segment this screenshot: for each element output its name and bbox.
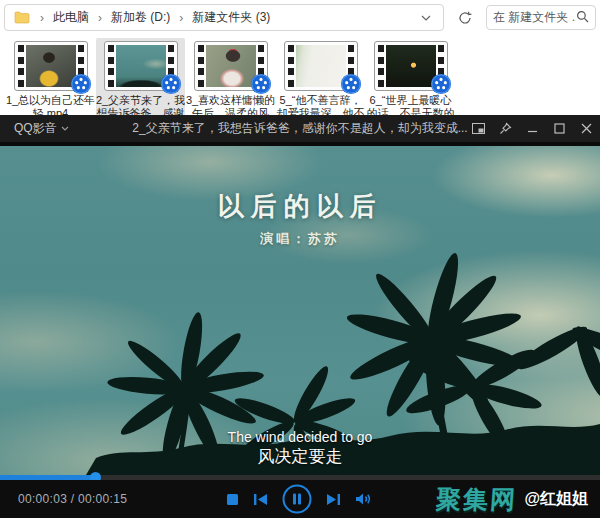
file-item-3[interactable]: 3_喜欢这样慵懒的 午后，温柔的风 xyxy=(186,38,275,122)
filmstrip-holes xyxy=(378,45,384,87)
video-filmstrip-icon xyxy=(284,41,358,91)
search-input[interactable]: 在 新建文件夹 ... xyxy=(486,5,596,30)
video-thumbnail xyxy=(26,45,76,87)
file-explorer: › 此电脑 › 新加卷 (D:) › 新建文件夹 (3) 在 新建文件夹 ... xyxy=(0,0,600,115)
video-filmstrip-icon xyxy=(14,41,88,91)
qqplayer-badge-icon xyxy=(160,73,182,95)
titlebar-buttons xyxy=(465,115,600,142)
qqplayer-badge-icon xyxy=(430,73,452,95)
filmstrip-holes xyxy=(288,45,294,87)
breadcrumb-separator: › xyxy=(96,11,104,25)
video-thumbnail xyxy=(206,45,256,87)
file-item-1[interactable]: 1_总以为自己还年 轻.mp4 xyxy=(6,38,95,122)
previous-icon xyxy=(253,493,268,506)
chevron-down-icon xyxy=(61,126,69,131)
video-thumbnail xyxy=(116,45,166,87)
next-icon xyxy=(326,493,341,506)
file-item-6[interactable]: 6_“世界上最暖心 的话，不是无数的 xyxy=(366,38,455,122)
screen: › 此电脑 › 新加卷 (D:) › 新建文件夹 (3) 在 新建文件夹 ... xyxy=(0,0,600,518)
address-dropdown-chevron-icon[interactable] xyxy=(415,7,437,29)
volume-button[interactable] xyxy=(355,492,372,506)
watermark: 聚集网 @红姐姐 xyxy=(436,480,588,518)
song-title-overlay: 以后的以后 xyxy=(0,189,600,224)
stop-button[interactable] xyxy=(226,493,239,506)
subtitle-chinese: 风决定要走 xyxy=(0,445,600,468)
player-titlebar[interactable]: 2_父亲节来了，我想告诉爸爸，感谢你不是超人，却为我变成... QQ影音 xyxy=(0,115,600,142)
pin-icon xyxy=(499,122,512,135)
filmstrip-holes xyxy=(18,45,24,87)
search-icon[interactable] xyxy=(576,9,589,27)
maximize-button[interactable] xyxy=(546,115,573,142)
volume-icon xyxy=(355,492,372,506)
next-button[interactable] xyxy=(326,493,341,506)
subtitle-english: The wind decided to go xyxy=(0,429,600,445)
qqplayer-badge-icon xyxy=(340,73,362,95)
mini-mode-icon xyxy=(472,123,485,134)
breadcrumb-separator: › xyxy=(38,11,46,25)
breadcrumb-separator: › xyxy=(177,11,185,25)
play-pause-button[interactable] xyxy=(282,484,312,514)
refresh-icon[interactable] xyxy=(452,7,478,29)
app-menu-button[interactable]: QQ影音 xyxy=(14,120,69,137)
breadcrumb-drive-d[interactable]: 新加卷 (D:) xyxy=(109,8,172,27)
maximize-icon xyxy=(554,123,565,134)
file-item-2-selected[interactable]: 2_父亲节来了，我 想告诉爸爸，感谢 xyxy=(96,38,185,122)
video-thumbnail xyxy=(386,45,436,87)
video-thumbnail xyxy=(296,45,346,87)
breadcrumb-this-pc[interactable]: 此电脑 xyxy=(51,8,91,27)
breadcrumb-current-folder[interactable]: 新建文件夹 (3) xyxy=(190,8,272,27)
video-filmstrip-icon xyxy=(194,41,268,91)
file-list: 1_总以为自己还年 轻.mp4 2_父亲节来了，我 想告诉爸爸，感谢 xyxy=(0,32,600,122)
minimize-icon xyxy=(527,123,538,134)
address-bar-row: › 此电脑 › 新加卷 (D:) › 新建文件夹 (3) 在 新建文件夹 ... xyxy=(0,0,600,32)
time-display: 00:00:03 / 00:00:15 xyxy=(18,492,127,506)
watermark-author-handle: @红姐姐 xyxy=(524,489,588,510)
video-filmstrip-icon xyxy=(374,41,448,91)
close-icon xyxy=(581,123,592,134)
pin-on-top-button[interactable] xyxy=(492,115,519,142)
video-filmstrip-icon xyxy=(104,41,178,91)
address-bar[interactable]: › 此电脑 › 新加卷 (D:) › 新建文件夹 (3) xyxy=(4,4,444,31)
player-controls: 00:00:03 / 00:00:15 聚集网 xyxy=(0,480,600,518)
video-surface[interactable]: 以后的以后 演唱：苏苏 The wind decided to go 风决定要走 xyxy=(0,142,600,475)
qqplayer-badge-icon xyxy=(70,73,92,95)
close-button[interactable] xyxy=(573,115,600,142)
file-item-5[interactable]: 5_“他不善言辞， 却爱我最深，他不 xyxy=(276,38,365,122)
filmstrip-holes xyxy=(198,45,204,87)
filmstrip-holes xyxy=(108,45,114,87)
folder-icon xyxy=(11,7,33,29)
search-text: 在 新建文件夹 ... xyxy=(493,9,576,26)
stop-icon xyxy=(226,493,239,506)
previous-button[interactable] xyxy=(253,493,268,506)
minimize-button[interactable] xyxy=(519,115,546,142)
qqplayer-window: 2_父亲节来了，我想告诉爸爸，感谢你不是超人，却为我变成... QQ影音 xyxy=(0,115,600,518)
pause-icon xyxy=(282,484,312,514)
transport-controls xyxy=(226,480,372,518)
mini-mode-button[interactable] xyxy=(465,115,492,142)
song-credit-overlay: 演唱：苏苏 xyxy=(0,230,600,248)
qqplayer-badge-icon xyxy=(250,73,272,95)
watermark-site-name: 聚集网 xyxy=(435,483,518,516)
